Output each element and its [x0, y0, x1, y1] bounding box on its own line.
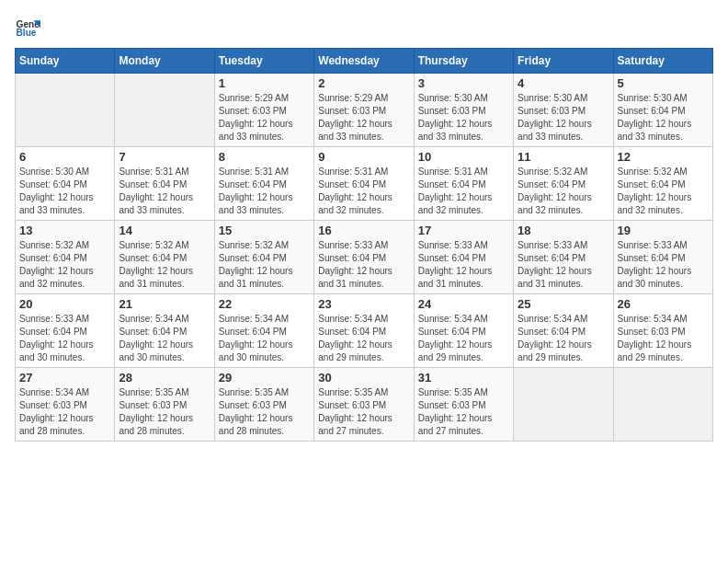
calendar-cell: 29Sunrise: 5:35 AMSunset: 6:03 PMDayligh… — [214, 368, 313, 442]
day-number: 21 — [119, 297, 210, 311]
calendar-table: SundayMondayTuesdayWednesdayThursdayFrid… — [15, 48, 713, 442]
calendar-cell: 3Sunrise: 5:30 AMSunset: 6:03 PMDaylight… — [414, 74, 513, 147]
day-info: Sunrise: 5:31 AMSunset: 6:04 PMDaylight:… — [119, 166, 210, 217]
calendar-cell: 13Sunrise: 5:32 AMSunset: 6:04 PMDayligh… — [16, 221, 115, 294]
day-info: Sunrise: 5:35 AMSunset: 6:03 PMDaylight:… — [219, 386, 310, 438]
day-info: Sunrise: 5:34 AMSunset: 6:04 PMDaylight:… — [119, 313, 210, 364]
calendar-cell: 8Sunrise: 5:31 AMSunset: 6:04 PMDaylight… — [214, 147, 313, 221]
day-info: Sunrise: 5:31 AMSunset: 6:04 PMDaylight:… — [318, 166, 409, 217]
day-info: Sunrise: 5:34 AMSunset: 6:04 PMDaylight:… — [219, 313, 310, 364]
day-info: Sunrise: 5:35 AMSunset: 6:03 PMDaylight:… — [318, 386, 409, 438]
weekday-header-tuesday: Tuesday — [214, 49, 313, 74]
day-number: 25 — [518, 297, 609, 311]
day-number: 27 — [19, 371, 110, 385]
day-number: 11 — [518, 150, 609, 164]
day-number: 10 — [418, 150, 509, 164]
week-row-5: 27Sunrise: 5:34 AMSunset: 6:03 PMDayligh… — [16, 368, 713, 442]
day-info: Sunrise: 5:34 AMSunset: 6:03 PMDaylight:… — [618, 313, 709, 364]
day-info: Sunrise: 5:32 AMSunset: 6:04 PMDaylight:… — [19, 239, 110, 291]
week-row-3: 13Sunrise: 5:32 AMSunset: 6:04 PMDayligh… — [16, 221, 713, 294]
day-number: 8 — [219, 150, 310, 164]
week-row-1: 1Sunrise: 5:29 AMSunset: 6:03 PMDaylight… — [16, 74, 713, 147]
calendar-cell: 15Sunrise: 5:32 AMSunset: 6:04 PMDayligh… — [214, 221, 313, 294]
calendar-cell: 24Sunrise: 5:34 AMSunset: 6:04 PMDayligh… — [414, 294, 513, 368]
day-number: 29 — [219, 371, 310, 385]
day-info: Sunrise: 5:31 AMSunset: 6:04 PMDaylight:… — [418, 166, 509, 217]
day-number: 12 — [618, 150, 709, 164]
day-number: 20 — [19, 297, 110, 311]
day-number: 15 — [219, 224, 310, 237]
calendar-cell — [613, 368, 712, 442]
day-info: Sunrise: 5:30 AMSunset: 6:03 PMDaylight:… — [518, 92, 609, 144]
calendar-cell: 19Sunrise: 5:33 AMSunset: 6:04 PMDayligh… — [613, 221, 712, 294]
logo: General Blue — [15, 15, 40, 40]
weekday-header-sunday: Sunday — [16, 49, 115, 74]
day-number: 17 — [418, 224, 509, 237]
day-number: 19 — [618, 224, 709, 237]
calendar-cell: 2Sunrise: 5:29 AMSunset: 6:03 PMDaylight… — [314, 74, 414, 147]
day-info: Sunrise: 5:34 AMSunset: 6:04 PMDaylight:… — [518, 313, 609, 364]
calendar-cell: 16Sunrise: 5:33 AMSunset: 6:04 PMDayligh… — [314, 221, 414, 294]
calendar-cell: 20Sunrise: 5:33 AMSunset: 6:04 PMDayligh… — [16, 294, 115, 368]
day-info: Sunrise: 5:29 AMSunset: 6:03 PMDaylight:… — [318, 92, 409, 144]
day-number: 1 — [219, 76, 310, 90]
weekday-header-wednesday: Wednesday — [314, 49, 414, 74]
calendar-cell: 11Sunrise: 5:32 AMSunset: 6:04 PMDayligh… — [514, 147, 613, 221]
day-number: 28 — [119, 371, 210, 385]
day-info: Sunrise: 5:29 AMSunset: 6:03 PMDaylight:… — [219, 92, 310, 144]
weekday-header-friday: Friday — [514, 49, 613, 74]
day-info: Sunrise: 5:33 AMSunset: 6:04 PMDaylight:… — [19, 313, 110, 364]
day-info: Sunrise: 5:30 AMSunset: 6:04 PMDaylight:… — [618, 92, 709, 144]
day-number: 9 — [318, 150, 409, 164]
calendar-cell: 14Sunrise: 5:32 AMSunset: 6:04 PMDayligh… — [115, 221, 214, 294]
day-info: Sunrise: 5:32 AMSunset: 6:04 PMDaylight:… — [119, 239, 210, 291]
day-info: Sunrise: 5:30 AMSunset: 6:03 PMDaylight:… — [418, 92, 509, 144]
day-number: 16 — [318, 224, 409, 237]
calendar-cell: 9Sunrise: 5:31 AMSunset: 6:04 PMDaylight… — [314, 147, 414, 221]
logo-icon: General Blue — [15, 15, 40, 40]
calendar-cell — [514, 368, 613, 442]
day-info: Sunrise: 5:32 AMSunset: 6:04 PMDaylight:… — [518, 166, 609, 217]
day-number: 18 — [518, 224, 609, 237]
day-info: Sunrise: 5:34 AMSunset: 6:04 PMDaylight:… — [318, 313, 409, 364]
day-info: Sunrise: 5:35 AMSunset: 6:03 PMDaylight:… — [418, 386, 509, 438]
day-number: 30 — [318, 371, 409, 385]
week-row-2: 6Sunrise: 5:30 AMSunset: 6:04 PMDaylight… — [16, 147, 713, 221]
day-info: Sunrise: 5:33 AMSunset: 6:04 PMDaylight:… — [518, 239, 609, 291]
day-number: 24 — [418, 297, 509, 311]
calendar-cell: 31Sunrise: 5:35 AMSunset: 6:03 PMDayligh… — [414, 368, 513, 442]
day-info: Sunrise: 5:30 AMSunset: 6:04 PMDaylight:… — [19, 166, 110, 217]
calendar-cell: 21Sunrise: 5:34 AMSunset: 6:04 PMDayligh… — [115, 294, 214, 368]
day-number: 13 — [19, 224, 110, 237]
week-row-4: 20Sunrise: 5:33 AMSunset: 6:04 PMDayligh… — [16, 294, 713, 368]
calendar-cell: 6Sunrise: 5:30 AMSunset: 6:04 PMDaylight… — [16, 147, 115, 221]
day-number: 3 — [418, 76, 509, 90]
day-number: 26 — [618, 297, 709, 311]
weekday-header-saturday: Saturday — [613, 49, 712, 74]
calendar-cell: 12Sunrise: 5:32 AMSunset: 6:04 PMDayligh… — [613, 147, 712, 221]
calendar-cell: 28Sunrise: 5:35 AMSunset: 6:03 PMDayligh… — [115, 368, 214, 442]
calendar-cell: 23Sunrise: 5:34 AMSunset: 6:04 PMDayligh… — [314, 294, 414, 368]
day-number: 22 — [219, 297, 310, 311]
day-info: Sunrise: 5:34 AMSunset: 6:03 PMDaylight:… — [19, 386, 110, 438]
calendar-cell — [16, 74, 115, 147]
calendar-cell — [115, 74, 214, 147]
day-info: Sunrise: 5:33 AMSunset: 6:04 PMDaylight:… — [318, 239, 409, 291]
day-number: 6 — [19, 150, 110, 164]
calendar-cell: 5Sunrise: 5:30 AMSunset: 6:04 PMDaylight… — [613, 74, 712, 147]
day-info: Sunrise: 5:32 AMSunset: 6:04 PMDaylight:… — [618, 166, 709, 217]
day-info: Sunrise: 5:31 AMSunset: 6:04 PMDaylight:… — [219, 166, 310, 217]
day-info: Sunrise: 5:32 AMSunset: 6:04 PMDaylight:… — [219, 239, 310, 291]
weekday-header-thursday: Thursday — [414, 49, 513, 74]
day-info: Sunrise: 5:33 AMSunset: 6:04 PMDaylight:… — [618, 239, 709, 291]
weekday-header-monday: Monday — [115, 49, 214, 74]
day-info: Sunrise: 5:34 AMSunset: 6:04 PMDaylight:… — [418, 313, 509, 364]
calendar-cell: 25Sunrise: 5:34 AMSunset: 6:04 PMDayligh… — [514, 294, 613, 368]
calendar-cell: 1Sunrise: 5:29 AMSunset: 6:03 PMDaylight… — [214, 74, 313, 147]
calendar-cell: 18Sunrise: 5:33 AMSunset: 6:04 PMDayligh… — [514, 221, 613, 294]
calendar-cell: 4Sunrise: 5:30 AMSunset: 6:03 PMDaylight… — [514, 74, 613, 147]
day-number: 2 — [318, 76, 409, 90]
calendar-cell: 26Sunrise: 5:34 AMSunset: 6:03 PMDayligh… — [613, 294, 712, 368]
page-header: General Blue — [15, 15, 713, 40]
day-number: 4 — [518, 76, 609, 90]
